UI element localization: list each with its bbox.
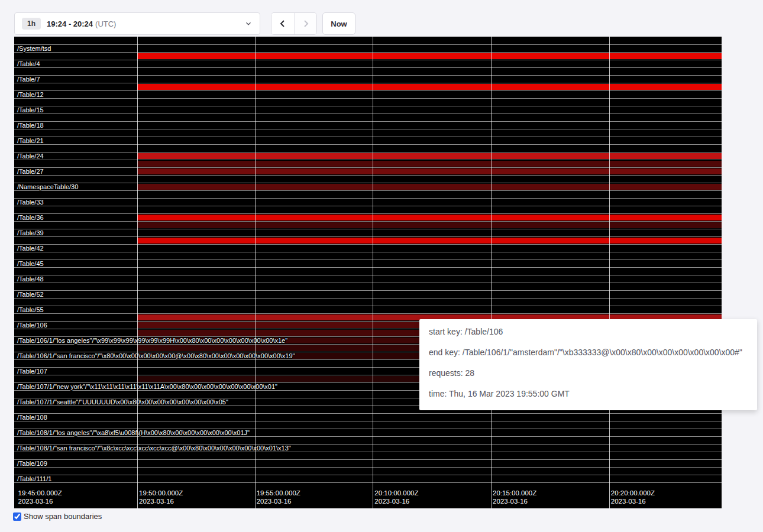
heatmap-row[interactable]: /Table/108/1/"los angeles"/"\xa8\xf5\u00… [14, 429, 722, 444]
heatmap-bucket[interactable] [14, 259, 722, 267]
heatmap-bucket[interactable] [14, 413, 722, 421]
heatmap-bucket[interactable] [14, 198, 722, 206]
heatmap-row[interactable]: /Table/21 [14, 137, 722, 152]
time-axis-label: 19:45:00.000Z2023-03-16 [18, 489, 62, 505]
heatmap-bucket[interactable] [14, 221, 722, 229]
row-label: /Table/39 [17, 229, 44, 237]
heatmap-row[interactable]: /Table/108 [14, 413, 722, 429]
row-label: /Table/7 [17, 75, 40, 83]
heatmap-bucket[interactable] [14, 121, 722, 129]
row-label: /Table/108 [17, 413, 47, 421]
now-button[interactable]: Now [322, 12, 355, 35]
heatmap-row[interactable]: /Table/42 [14, 244, 722, 259]
chevron-left-icon [278, 19, 287, 28]
row-label: /Table/55 [17, 306, 44, 314]
heatmap-bucket[interactable] [14, 183, 722, 190]
heatmap-row[interactable]: /Table/7 [14, 75, 722, 90]
heatmap-row[interactable]: /Table/108/1/"san francisco"/"\x8c\xcc\x… [14, 444, 722, 459]
row-label: /Table/48 [17, 275, 44, 283]
row-label: /Table/18 [17, 121, 44, 129]
time-axis-label: 20:20:00.000Z2023-03-16 [611, 489, 655, 505]
time-axis-label: 20:10:00.000Z2023-03-16 [374, 489, 418, 505]
heatmap-bucket[interactable] [14, 213, 722, 221]
heatmap-bucket[interactable] [14, 306, 722, 313]
heatmap-bucket[interactable] [14, 152, 722, 160]
heatmap-bucket[interactable] [14, 244, 722, 252]
heatmap-bucket[interactable] [14, 129, 722, 137]
heatmap-row[interactable]: /Table/15 [14, 106, 722, 121]
heatmap-row[interactable]: /Table/12 [14, 90, 722, 106]
heatmap-row[interactable]: /System/tsd [14, 44, 722, 60]
heatmap-row[interactable]: /Table/109 [14, 459, 722, 475]
heat-band [137, 238, 722, 244]
heatmap-row[interactable]: /Table/24 [14, 152, 722, 167]
heat-band [137, 168, 722, 174]
range-nav-button-group [271, 12, 317, 35]
key-visualizer-page: 1h 19:24 - 20:24(UTC) Now /System/tsd /T… [0, 0, 763, 532]
heatmap-row[interactable]: /Table/27 [14, 167, 722, 183]
heatmap-bucket[interactable] [14, 229, 722, 236]
heatmap-bucket[interactable] [14, 467, 722, 475]
show-span-boundaries-checkbox[interactable] [13, 512, 21, 521]
heatmap-bucket[interactable] [14, 90, 722, 98]
heatmap-bucket[interactable] [14, 236, 722, 244]
heatmap-bucket[interactable] [14, 60, 722, 67]
heatmap-bucket[interactable] [14, 206, 722, 213]
heatmap-bucket[interactable] [14, 52, 722, 60]
heatmap-bucket[interactable] [14, 475, 722, 482]
heatmap-row[interactable]: /Table/111/1 [14, 475, 722, 490]
heatmap-bucket[interactable] [14, 44, 722, 52]
span-boundaries-toggle: Show span boundaries [13, 512, 102, 521]
heatmap-bucket[interactable] [14, 267, 722, 275]
heatmap-row[interactable]: /Table/18 [14, 121, 722, 137]
heatmap-row[interactable]: /Table/4 [14, 60, 722, 75]
row-label: /Table/107 [17, 367, 47, 375]
heatmap-bucket[interactable] [14, 290, 722, 298]
heat-band [137, 222, 722, 228]
heatmap-bucket[interactable] [14, 275, 722, 283]
row-label: /System/tsd [17, 44, 51, 53]
row-label: /NamespaceTable/30 [17, 183, 78, 191]
heatmap-row[interactable]: /Table/33 [14, 198, 722, 213]
row-label: /Table/27 [17, 167, 44, 176]
heatmap-bucket[interactable] [14, 113, 722, 121]
heatmap-bucket[interactable] [14, 421, 722, 429]
heatmap-row[interactable]: /NamespaceTable/30 [14, 183, 722, 198]
row-label: /Table/107/1/"new york"/"\x11\x11\x11\x1… [17, 382, 277, 391]
heatmap-bucket[interactable] [14, 167, 722, 175]
heatmap-bucket[interactable] [14, 436, 722, 444]
heat-band [137, 161, 722, 167]
heatmap-bucket[interactable] [14, 283, 722, 290]
heatmap-bucket[interactable] [14, 75, 722, 83]
prev-range-button[interactable] [271, 13, 294, 34]
tooltip-time: time: Thu, 16 Mar 2023 19:55:00 GMT [429, 390, 748, 398]
heatmap-bucket[interactable] [14, 137, 722, 144]
next-range-button[interactable] [294, 13, 316, 34]
heatmap-bucket[interactable] [14, 298, 722, 306]
key-visualizer-canvas[interactable]: /System/tsd /Table/4 /Table/7 /Table/12 … [14, 37, 722, 508]
heatmap-row[interactable]: /Table/45 [14, 259, 722, 275]
span-tooltip: start key: /Table/106 end key: /Table/10… [419, 319, 757, 410]
heatmap-bucket[interactable] [14, 190, 722, 198]
heatmap-bucket[interactable] [14, 452, 722, 459]
row-label: /Table/36 [17, 213, 44, 222]
heatmap-bucket[interactable] [14, 160, 722, 167]
heatmap-bucket[interactable] [14, 252, 722, 259]
heatmap-bucket[interactable] [14, 67, 722, 75]
heatmap-bucket[interactable] [14, 98, 722, 106]
heatmap-row[interactable]: /Table/48 [14, 275, 722, 290]
row-label: /Table/106/1/"san francisco"/"\x80\x00\x… [17, 352, 295, 360]
heatmap-bucket[interactable] [14, 106, 722, 113]
range-duration-chip: 1h [22, 18, 41, 30]
heatmap-bucket[interactable] [14, 459, 722, 467]
time-axis-label: 19:55:00.000Z2023-03-16 [257, 489, 300, 505]
heatmap-bucket[interactable] [14, 144, 722, 152]
time-range-select[interactable]: 1h 19:24 - 20:24(UTC) [14, 12, 260, 35]
heatmap-row[interactable]: /Table/36 [14, 213, 722, 229]
heatmap-bucket[interactable] [14, 175, 722, 183]
heatmap-bucket[interactable] [14, 83, 722, 90]
row-label: /Table/33 [17, 198, 44, 206]
heatmap-row[interactable]: /Table/52 [14, 290, 722, 306]
heatmap-row[interactable]: /Table/39 [14, 229, 722, 244]
row-label: /Table/45 [17, 259, 44, 268]
